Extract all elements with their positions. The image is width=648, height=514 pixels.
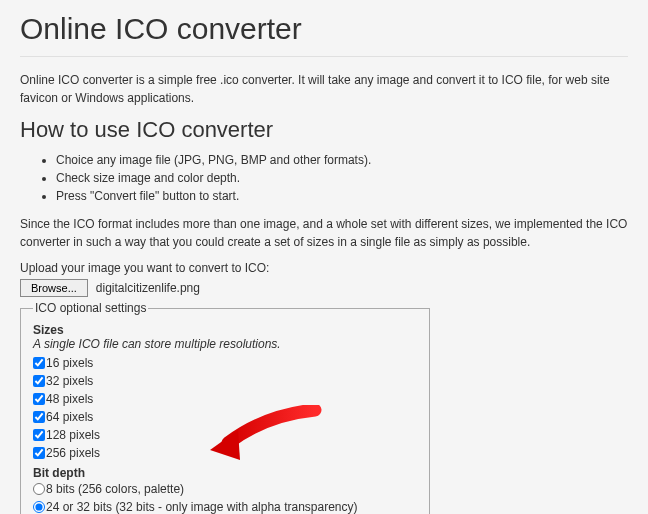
sizes-heading: Sizes — [33, 323, 417, 337]
upload-label: Upload your image you want to convert to… — [20, 261, 628, 275]
bitdepth-label: 24 or 32 bits (32 bits - only image with… — [46, 498, 358, 514]
size-checkbox-32[interactable] — [33, 375, 45, 387]
selected-filename: digitalcitizenlife.png — [96, 281, 200, 295]
size-option[interactable]: 256 pixels — [33, 444, 417, 462]
list-item: Check size image and color depth. — [56, 169, 628, 187]
size-checkbox-128[interactable] — [33, 429, 45, 441]
intro-text: Online ICO converter is a simple free .i… — [20, 71, 628, 107]
bitdepth-option[interactable]: 8 bits (256 colors, palette) — [33, 480, 417, 498]
bitdepth-label: 8 bits (256 colors, palette) — [46, 480, 184, 498]
size-checkbox-48[interactable] — [33, 393, 45, 405]
size-label: 256 pixels — [46, 444, 100, 462]
sizes-subtext: A single ICO file can store multiple res… — [33, 337, 417, 351]
size-option[interactable]: 128 pixels — [33, 426, 417, 444]
since-text: Since the ICO format includes more than … — [20, 215, 628, 251]
browse-button[interactable]: Browse... — [20, 279, 88, 297]
bitdepth-radio-24-32[interactable] — [33, 501, 45, 513]
ico-settings-fieldset: ICO optional settings Sizes A single ICO… — [20, 301, 430, 514]
bitdepth-heading: Bit depth — [33, 466, 417, 480]
size-label: 16 pixels — [46, 354, 93, 372]
file-input-row: Browse... digitalcitizenlife.png — [20, 279, 628, 297]
size-label: 32 pixels — [46, 372, 93, 390]
size-label: 48 pixels — [46, 390, 93, 408]
divider — [20, 56, 628, 57]
bitdepth-option[interactable]: 24 or 32 bits (32 bits - only image with… — [33, 498, 417, 514]
instructions-list: Choice any image file (JPG, PNG, BMP and… — [20, 151, 628, 205]
page-title: Online ICO converter — [20, 12, 628, 46]
size-checkbox-64[interactable] — [33, 411, 45, 423]
fieldset-legend: ICO optional settings — [33, 301, 148, 315]
howto-heading: How to use ICO converter — [20, 117, 628, 143]
size-checkbox-16[interactable] — [33, 357, 45, 369]
size-label: 128 pixels — [46, 426, 100, 444]
bitdepth-radio-8[interactable] — [33, 483, 45, 495]
size-option[interactable]: 64 pixels — [33, 408, 417, 426]
size-option[interactable]: 16 pixels — [33, 354, 417, 372]
size-option[interactable]: 32 pixels — [33, 372, 417, 390]
size-label: 64 pixels — [46, 408, 93, 426]
list-item: Choice any image file (JPG, PNG, BMP and… — [56, 151, 628, 169]
size-checkbox-256[interactable] — [33, 447, 45, 459]
list-item: Press "Convert file" button to start. — [56, 187, 628, 205]
size-option[interactable]: 48 pixels — [33, 390, 417, 408]
